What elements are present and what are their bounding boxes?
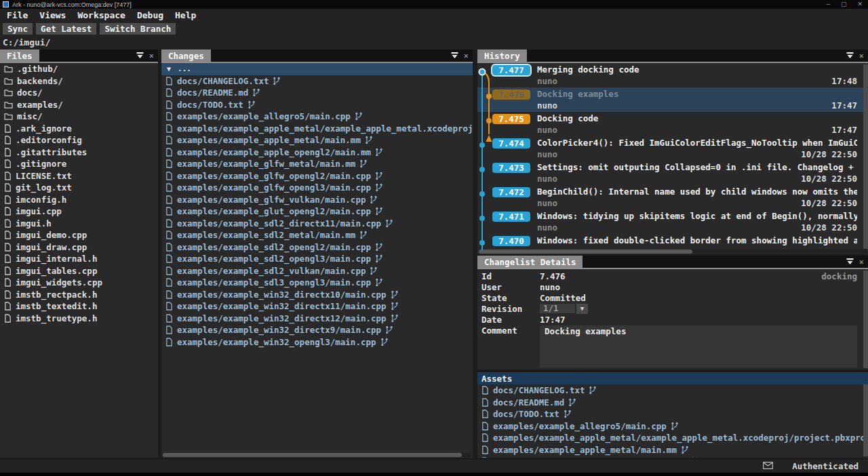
changed-file-row[interactable]: examples/example_apple_metal/example_app…	[161, 123, 473, 135]
file-tree-item[interactable]: .gitignore	[0, 158, 158, 170]
commit-author: nuno	[537, 149, 557, 161]
history-horizontal-scrollbar[interactable]	[479, 250, 867, 254]
file-tree-item[interactable]: imgui_internal.h	[0, 253, 158, 265]
filter-icon[interactable]	[451, 52, 458, 59]
history-commit-row[interactable]: 7.471 Windows: tidying up skipitems logi…	[477, 210, 868, 234]
menu-item[interactable]: Workspace	[77, 10, 125, 20]
changes-panel-tab[interactable]: Changes	[161, 49, 211, 62]
history-vertical-scrollbar[interactable]	[863, 64, 868, 249]
assets-vertical-scrollbar[interactable]	[863, 384, 868, 456]
revision-dropdown[interactable]: ▼	[576, 304, 588, 314]
file-tree-item[interactable]: .editorconfig	[0, 134, 158, 146]
asset-file-row[interactable]: examples/example_apple_opengl2/main.mm	[477, 456, 868, 458]
changed-file-row[interactable]: docs/TODO.txt	[161, 99, 473, 111]
changed-file-row[interactable]: examples/example_glfw_opengl3/main.cpp	[161, 182, 473, 194]
changed-file-row[interactable]: examples/example_sdl2_vulkan/main.cpp	[161, 265, 473, 277]
changes-horizontal-scrollbar[interactable]	[163, 453, 471, 457]
history-commit-row[interactable]: 7.475 Docking code nuno 17:47	[477, 112, 868, 136]
menu-item[interactable]: Views	[39, 10, 66, 20]
file-tree-item[interactable]: .github/	[0, 63, 158, 75]
file-tree-item[interactable]: imstb_truetype.h	[0, 313, 158, 325]
menu-item[interactable]: File	[7, 10, 28, 20]
mail-icon[interactable]	[763, 461, 773, 471]
file-tree-item[interactable]: imconfig.h	[0, 194, 158, 206]
close-button[interactable]: ✕	[857, 1, 863, 7]
asset-file-row[interactable]: examples/example_allegro5/main.cpp	[477, 420, 868, 433]
menu-item[interactable]: Debug	[137, 10, 163, 20]
menu-item[interactable]: Help	[175, 10, 196, 20]
file-tree-item[interactable]: docs/	[0, 87, 158, 99]
history-commit-row[interactable]: 7.477 Merging docking code nuno 17:48	[477, 63, 868, 87]
close-icon[interactable]: ✕	[859, 258, 864, 266]
changed-file-row[interactable]: examples/example_win32_directx10/main.cp…	[161, 289, 473, 301]
toolbar-button[interactable]: Get Latest	[36, 23, 96, 35]
changed-file-row[interactable]: examples/example_apple_metal/main.mm	[161, 134, 473, 146]
comment-textarea[interactable]: Docking examples	[540, 325, 857, 368]
file-tree-item[interactable]: imstb_textedit.h	[0, 300, 158, 313]
changed-file-row[interactable]: examples/example_sdl2_opengl2/main.cpp	[161, 241, 473, 254]
changed-file-row[interactable]: examples/example_glfw_opengl2/main.cpp	[161, 170, 473, 182]
file-tree-item[interactable]: .ark_ignore	[0, 123, 158, 135]
close-icon[interactable]: ✕	[464, 52, 469, 60]
close-icon[interactable]: ✕	[149, 52, 154, 60]
history-commit-row[interactable]: 7.473 Settings: omit outputing Collapsed…	[477, 161, 868, 185]
main-area: Files ✕ .github/	[0, 49, 868, 460]
asset-file-row[interactable]: examples/example_apple_metal/example_app…	[477, 432, 868, 444]
file-tree-item[interactable]: imgui_draw.cpp	[0, 241, 158, 254]
history-commit-row[interactable]: 7.476 Docking examples nuno 17:47	[477, 87, 868, 112]
minimize-button[interactable]: –	[827, 1, 830, 7]
close-icon[interactable]: ✕	[859, 52, 864, 60]
details-vertical-scrollbar[interactable]	[863, 271, 868, 368]
filter-icon[interactable]	[846, 52, 854, 59]
file-tree-item[interactable]: imgui_tables.cpp	[0, 265, 158, 277]
filter-icon[interactable]	[136, 52, 144, 59]
changed-file-row[interactable]: examples/example_win32_directx9/main.cpp	[161, 324, 473, 336]
file-tree-item[interactable]: backends/	[0, 75, 158, 87]
history-commit-row[interactable]: 7.470 Windows: fixed double-clicked bord…	[477, 234, 868, 249]
file-tree-item[interactable]: git_log.txt	[0, 182, 158, 194]
changed-file-row[interactable]: examples/example_win32_directx12/main.cp…	[161, 313, 473, 325]
file-icon	[165, 100, 173, 109]
files-panel-tab[interactable]: Files	[0, 49, 39, 62]
file-tree-item[interactable]: imgui.h	[0, 218, 158, 230]
changed-file-row[interactable]: docs/CHANGELOG.txt	[161, 75, 473, 87]
toolbar-button[interactable]: Sync	[3, 23, 33, 35]
history-commit-row[interactable]: 7.474 ColorPicker4(): Fixed ImGuiColorEd…	[477, 136, 868, 161]
changed-file-row[interactable]: examples/example_allegro5/main.cpp	[161, 111, 473, 123]
changed-file-row[interactable]: examples/example_sdl2_directx11/main.cpp	[161, 218, 473, 230]
changed-file-row[interactable]: examples/example_sdl2_metal/main.mm	[161, 229, 473, 241]
details-panel-tab[interactable]: Changelist Details	[477, 256, 583, 268]
filter-icon[interactable]	[846, 258, 854, 265]
asset-file-row[interactable]: examples/example_apple_metal/main.mm	[477, 444, 868, 456]
changed-file-row[interactable]: examples/example_win32_directx11/main.cp…	[161, 300, 473, 313]
file-tree-item[interactable]: misc/	[0, 111, 158, 123]
asset-file-row[interactable]: docs/TODO.txt	[477, 408, 868, 420]
changelist-details-panel: Changelist Details ✕ Id 7.476 docking Us…	[477, 256, 868, 370]
file-tree-item[interactable]: imstb_rectpack.h	[0, 289, 158, 301]
changed-file-row[interactable]: examples/example_sdl3_opengl3/main.cpp	[161, 277, 473, 289]
collapse-arrow-icon[interactable]: ▼	[167, 65, 171, 73]
changed-file-row[interactable]: examples/example_glut_opengl2/main.cpp	[161, 205, 473, 218]
asset-file-row[interactable]: docs/CHANGELOG.txt	[477, 384, 868, 397]
changed-file-row[interactable]: examples/example_glfw_vulkan/main.cpp	[161, 194, 473, 206]
file-tree-item[interactable]: LICENSE.txt	[0, 170, 158, 182]
branch-icon	[568, 398, 576, 407]
changes-root-row[interactable]: ▼ ...	[161, 63, 473, 75]
file-tree-item[interactable]: examples/	[0, 99, 158, 111]
file-tree-item[interactable]: imgui.cpp	[0, 205, 158, 218]
changed-file-row[interactable]: examples/example_sdl2_opengl3/main.cpp	[161, 253, 473, 265]
file-tree-item[interactable]: imgui_demo.cpp	[0, 229, 158, 241]
changed-file-row[interactable]: examples/example_apple_opengl2/main.mm	[161, 146, 473, 159]
revision-value[interactable]: 1/1	[540, 304, 575, 313]
toolbar-button[interactable]: Switch Branch	[100, 23, 176, 35]
changed-file-row[interactable]: examples/example_glfw_metal/main.mm	[161, 158, 473, 170]
file-tree-item[interactable]: imgui_widgets.cpp	[0, 277, 158, 289]
history-commit-row[interactable]: 7.472 BeginChild(): Internal name used b…	[477, 185, 868, 210]
history-panel-tab[interactable]: History	[477, 49, 527, 62]
file-tree-item[interactable]: .gitattributes	[0, 146, 158, 159]
asset-file-row[interactable]: docs/README.md	[477, 397, 868, 409]
changed-file-row[interactable]: docs/README.md	[161, 87, 473, 99]
maximize-button[interactable]: ▢	[841, 1, 847, 7]
files-panel: Files ✕ .github/	[0, 49, 158, 458]
changed-file-row[interactable]: examples/example_win32_opengl3/main.cpp	[161, 336, 473, 349]
